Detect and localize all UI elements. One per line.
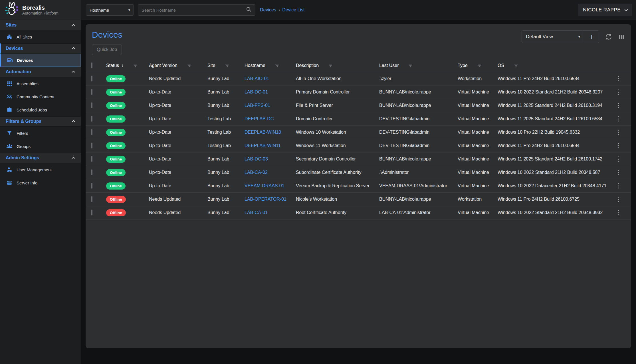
select-all-checkbox[interactable]: [91, 62, 92, 68]
column-filter-icon[interactable]: [514, 63, 518, 68]
row-checkbox[interactable]: [91, 169, 92, 175]
column-header-os[interactable]: OS: [498, 63, 612, 68]
sidebar-section-filters-groups[interactable]: Filters & Groups: [0, 116, 81, 127]
last-user-cell: BUNNY-LAB\nicole.rappe: [379, 156, 458, 162]
row-actions-menu-icon[interactable]: ⋮: [612, 76, 625, 82]
last-user-cell: .\Administrator: [379, 170, 458, 175]
hostname-link[interactable]: LAB-OPERATOR-01: [245, 197, 286, 202]
row-checkbox[interactable]: [91, 89, 92, 95]
sidebar-item-filters[interactable]: Filters: [0, 127, 81, 140]
column-filter-icon[interactable]: [477, 63, 482, 68]
sidebar-section-devices[interactable]: Devices: [0, 43, 81, 54]
breadcrumb-devices[interactable]: Devices: [260, 7, 276, 13]
row-actions-menu-icon[interactable]: ⋮: [612, 210, 625, 216]
user-menu-button[interactable]: NICOLE RAPPE: [578, 4, 632, 16]
sidebar-item-groups[interactable]: Groups: [0, 140, 81, 153]
table-row[interactable]: OnlineUp-to-DateTesting LabDEEPLAB-DCDom…: [86, 112, 631, 126]
sidebar-section-sites[interactable]: Sites: [0, 20, 81, 30]
row-actions-menu-icon[interactable]: ⋮: [612, 196, 625, 202]
column-header-last-user[interactable]: Last User: [379, 63, 458, 68]
column-header-agent-version[interactable]: Agent Version: [149, 63, 207, 68]
hostname-link[interactable]: DEEPLAB-WIN10: [245, 130, 281, 135]
quick-job-button[interactable]: Quick Job: [92, 44, 122, 55]
sidebar-item-scheduled-jobs[interactable]: Scheduled Jobs: [0, 103, 81, 116]
row-checkbox[interactable]: [91, 143, 92, 149]
column-filter-icon[interactable]: [187, 63, 191, 68]
columns-button[interactable]: [618, 33, 625, 40]
hostname-link[interactable]: LAB-CA-02: [245, 170, 268, 175]
row-actions-menu-icon[interactable]: ⋮: [612, 129, 625, 135]
table-row[interactable]: OnlineUp-to-DateBunny LabLAB-DC-03Second…: [86, 152, 631, 166]
column-filter-icon[interactable]: [133, 63, 138, 68]
hostname-link[interactable]: VEEAM-DRAAS-01: [245, 183, 284, 188]
search-input[interactable]: [142, 8, 246, 13]
last-user-cell: DEV-TESTING\labadmin: [379, 143, 458, 148]
hostname-link[interactable]: DEEPLAB-DC: [245, 116, 274, 121]
table-row[interactable]: OnlineUp-to-DateBunny LabVEEAM-DRAAS-01V…: [86, 179, 631, 193]
hostname-link[interactable]: LAB-DC-01: [245, 90, 268, 94]
os-cell: Windows 11 Pro 24H2 Build 26100.6584: [498, 76, 612, 81]
add-view-button[interactable]: +: [584, 31, 599, 43]
agent-version-cell: Up-to-Date: [149, 103, 207, 108]
column-filter-icon[interactable]: [275, 63, 279, 68]
row-checkbox[interactable]: [91, 76, 92, 82]
sidebar-item-all-sites[interactable]: All Sites: [0, 30, 81, 43]
table-row[interactable]: OnlineUp-to-DateTesting LabDEEPLAB-WIN10…: [86, 126, 631, 139]
row-actions-menu-icon[interactable]: ⋮: [612, 116, 625, 122]
hostname-link[interactable]: LAB-DC-03: [245, 156, 268, 161]
row-checkbox[interactable]: [91, 196, 92, 202]
hostname-link[interactable]: LAB-FPS-01: [245, 103, 270, 108]
row-checkbox[interactable]: [91, 116, 92, 122]
sidebar-item-community-content[interactable]: Community Content: [0, 90, 81, 103]
table-row[interactable]: OnlineUp-to-DateBunny LabLAB-FPS-01File …: [86, 99, 631, 112]
table-row[interactable]: OnlineNeeds UpdatedBunny LabLAB-AIO-01Al…: [86, 72, 631, 86]
hostname-link[interactable]: LAB-AIO-01: [245, 76, 269, 81]
sidebar-item-devices[interactable]: Devices: [0, 54, 81, 67]
type-cell: Virtual Machine: [458, 170, 498, 175]
column-header-hostname[interactable]: Hostname: [245, 63, 296, 68]
site-cell: Testing Lab: [207, 130, 245, 135]
grid-icon: [6, 80, 13, 87]
table-row[interactable]: OfflineNeeds UpdatedBunny LabLAB-CA-01Ro…: [86, 206, 631, 219]
column-filter-icon[interactable]: [225, 63, 229, 68]
row-actions-menu-icon[interactable]: ⋮: [612, 169, 625, 176]
row-checkbox[interactable]: [91, 183, 92, 189]
sidebar-item-server-info[interactable]: Server Info: [0, 176, 81, 189]
row-checkbox[interactable]: [91, 102, 92, 108]
sidebar-item-label: All Sites: [17, 34, 32, 39]
table-row[interactable]: OnlineUp-to-DateBunny LabLAB-CA-02Subord…: [86, 166, 631, 179]
column-header-type[interactable]: Type: [458, 63, 498, 68]
column-header-description[interactable]: Description: [296, 63, 379, 68]
row-checkbox[interactable]: [91, 156, 92, 162]
row-actions-menu-icon[interactable]: ⋮: [612, 156, 625, 162]
sidebar-item-user-management[interactable]: User Management: [0, 163, 81, 176]
hostname-link[interactable]: LAB-CA-01: [245, 210, 268, 215]
sidebar-section-admin-settings[interactable]: Admin Settings: [0, 153, 81, 163]
sidebar-item-assemblies[interactable]: Assemblies: [0, 77, 81, 90]
row-select-cell: [91, 210, 106, 215]
search-box[interactable]: [138, 4, 255, 16]
row-checkbox[interactable]: [91, 129, 92, 135]
row-actions-menu-icon[interactable]: ⋮: [612, 89, 625, 95]
table-row[interactable]: OnlineUp-to-DateBunny LabLAB-DC-01Primar…: [86, 86, 631, 99]
row-actions-menu-icon[interactable]: ⋮: [612, 143, 625, 149]
sidebar-item-label: User Management: [17, 167, 52, 172]
breadcrumb-device-list[interactable]: Device List: [282, 7, 304, 13]
view-selector-dropdown[interactable]: Default View ▾: [522, 31, 584, 43]
refresh-button[interactable]: [605, 33, 612, 40]
row-checkbox[interactable]: [91, 210, 92, 215]
hostname-link[interactable]: DEEPLAB-WIN11: [245, 143, 281, 148]
status-badge: Online: [106, 89, 126, 96]
table-row[interactable]: OnlineUp-to-DateTesting LabDEEPLAB-WIN11…: [86, 139, 631, 152]
column-header-site[interactable]: Site: [207, 63, 245, 68]
column-header-status[interactable]: Status↓: [106, 63, 149, 68]
column-filter-icon[interactable]: [328, 63, 333, 68]
sidebar-item-label: Devices: [17, 58, 33, 63]
row-actions-menu-icon[interactable]: ⋮: [612, 183, 625, 189]
sidebar-section-automation[interactable]: Automation: [0, 67, 81, 77]
column-filter-icon[interactable]: [408, 63, 413, 68]
row-actions-menu-icon[interactable]: ⋮: [612, 102, 625, 109]
sort-desc-icon[interactable]: ↓: [121, 63, 124, 68]
search-field-dropdown[interactable]: Hostname ▾: [86, 4, 134, 16]
table-row[interactable]: OfflineNeeds UpdatedBunny LabLAB-OPERATO…: [86, 193, 631, 206]
